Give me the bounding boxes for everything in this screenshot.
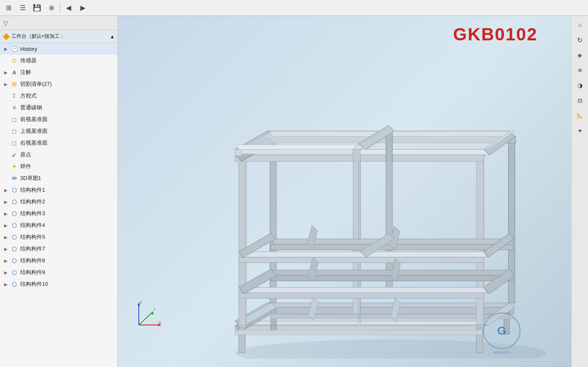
- tree-item-right-plane[interactable]: ◻ 右视基准面: [0, 137, 117, 149]
- svg-marker-36: [235, 145, 358, 149]
- chevron-icon: ▶: [3, 235, 8, 240]
- tree-item-history[interactable]: ▶ 🕐 History: [0, 43, 117, 55]
- tree-item-equation[interactable]: Σ 方程式: [0, 90, 117, 102]
- appearance-button[interactable]: ✦: [573, 124, 587, 138]
- measure-icon: 📐: [577, 113, 583, 119]
- chevron-icon: ▶: [3, 188, 8, 193]
- measure-button[interactable]: 📐: [573, 108, 587, 123]
- zoom-button[interactable]: ⊕: [573, 63, 587, 77]
- tree-item-struct3[interactable]: ▶ ⬡ 结构构件3: [0, 208, 117, 219]
- section-view-button[interactable]: ⊟: [573, 93, 587, 108]
- filter-icon: ▽: [3, 20, 8, 26]
- tree-item-weld[interactable]: ✦ 焊件: [0, 161, 117, 172]
- svg-marker-54: [239, 287, 487, 293]
- tree-item-material[interactable]: ≡ 普通碳钢: [0, 102, 117, 114]
- appear-icon: ✦: [577, 127, 583, 134]
- viewport[interactable]: GKB0102: [118, 16, 571, 367]
- struct-icon: ⬡: [10, 234, 19, 240]
- arrow-left-button[interactable]: ◀: [62, 2, 75, 14]
- display-icon: ◑: [577, 82, 583, 89]
- tree-item-front-plane[interactable]: ◻ 前视基准面: [0, 114, 117, 125]
- list-button[interactable]: ☰: [16, 2, 29, 14]
- chevron-icon: ▶: [3, 270, 8, 275]
- tree-item-annotation[interactable]: ▶ A 注解: [0, 66, 117, 78]
- tree-item-label: 注解: [20, 69, 31, 76]
- tree-item-struct1[interactable]: ▶ ⬡ 结构构件1: [0, 184, 117, 196]
- tree-item-top-plane[interactable]: ◻ 上视基准面: [0, 125, 117, 137]
- 3d-model-svg: [135, 37, 546, 359]
- struct-icon: ⬡: [10, 246, 19, 252]
- tree-item-label: 结构构件3: [20, 210, 45, 217]
- tree-item-struct8[interactable]: ▶ ⬡ 结构构件8: [0, 255, 117, 267]
- arrow-right-icon: ▶: [80, 4, 85, 12]
- svg-rect-44: [239, 257, 484, 263]
- history-icon: 🕐: [10, 45, 19, 52]
- svg-text:Y: Y: [153, 307, 156, 312]
- tree-item-label: 结构构件8: [20, 257, 45, 264]
- main-area: ▽ 🔶 工作台（默认<按加工： ▲ ▶ 🕐 History ⊙ 传感器: [0, 16, 588, 367]
- annotation-icon: A: [10, 69, 19, 76]
- svg-text:Z: Z: [140, 300, 142, 304]
- tree-item-label: History: [20, 46, 37, 52]
- list-icon: ☰: [20, 4, 26, 12]
- home-icon: ⌂: [578, 21, 581, 28]
- arrow-right-button[interactable]: ▶: [76, 2, 90, 14]
- tree-item-label: 传感器: [20, 57, 37, 64]
- chevron-icon: ▶: [3, 282, 8, 287]
- svg-rect-53: [239, 293, 484, 298]
- crosshair-button[interactable]: ⊕: [45, 2, 58, 14]
- svg-rect-20: [239, 157, 246, 326]
- tree-item-struct7[interactable]: ▶ ⬡ 结构构件7: [0, 243, 117, 255]
- tree-item-label: 3D草图1: [20, 174, 41, 182]
- save-icon: 💾: [33, 4, 41, 12]
- tree-item-struct9[interactable]: ▶ ⬡ 结构构件9: [0, 267, 117, 278]
- display-mode-button[interactable]: ◑: [573, 78, 587, 92]
- tree-item-label: 前视基准面: [20, 116, 48, 123]
- tree-item-struct2[interactable]: ▶ ⬡ 结构构件2: [0, 196, 117, 208]
- workbench-label: 工作台（默认<按加工：: [11, 33, 65, 40]
- tree-item-label: 普通碳钢: [20, 104, 42, 111]
- workbench-icon: 🔶: [3, 33, 10, 40]
- tree-item-sensor[interactable]: ⊙ 传感器: [0, 55, 117, 66]
- struct-icon: ⬡: [10, 198, 19, 205]
- tree-item-origin[interactable]: ↙ 原点: [0, 149, 117, 161]
- svg-line-67: [139, 312, 152, 325]
- tree-item-label: 结构构件10: [20, 280, 48, 288]
- cutlist-icon: ⊞: [10, 81, 19, 87]
- tree-item-label: 右视基准面: [20, 139, 48, 147]
- watermark-letter: G: [497, 324, 506, 338]
- tree-item-struct10[interactable]: ▶ ⬡ 结构构件10: [0, 278, 117, 290]
- tree-item-struct4[interactable]: ▶ ⬡ 结构构件4: [0, 219, 117, 231]
- watermark: G since2015: [474, 312, 529, 354]
- tree-item-sketch3d[interactable]: 3D 3D草图1: [0, 172, 117, 184]
- watermark-since: since2015: [493, 350, 510, 354]
- workbench-header[interactable]: 🔶 工作台（默认<按加工： ▲: [0, 30, 117, 43]
- right-toolbar: ⌂ ↻ ◈ ⊕ ◑ ⊟ 📐 ✦: [571, 16, 588, 367]
- rotate-button[interactable]: ↻: [573, 33, 587, 47]
- grid-icon: ⊞: [6, 4, 11, 12]
- orient-cube-button[interactable]: ◈: [573, 48, 587, 62]
- tree-item-cutlist[interactable]: ▶ ⊞ 切割清单(27): [0, 78, 117, 90]
- tree-item-struct5[interactable]: ▶ ⬡ 结构构件5: [0, 231, 117, 243]
- section-icon: ⊟: [577, 97, 583, 104]
- chevron-icon: ▶: [3, 223, 8, 228]
- home-view-button[interactable]: ⌂: [573, 18, 587, 32]
- save-button[interactable]: 💾: [30, 2, 44, 14]
- separator: [60, 3, 60, 13]
- chevron-icon: ▶: [3, 247, 8, 251]
- tree-item-label: 方程式: [20, 92, 37, 100]
- crosshair-icon: ⊕: [49, 4, 54, 12]
- sketch3d-icon: 3D: [10, 176, 19, 180]
- chevron-icon: ▶: [3, 47, 8, 51]
- svg-rect-35: [235, 149, 354, 154]
- plane-icon: ◻: [10, 140, 19, 146]
- top-toolbar: ⊞ ☰ 💾 ⊕ ◀ ▶: [0, 0, 588, 16]
- tree-item-label: 结构构件2: [20, 198, 45, 206]
- orient-icon: ◈: [577, 52, 582, 58]
- struct-icon: ⬡: [10, 257, 19, 264]
- struct-icon: ⬡: [10, 210, 19, 217]
- chevron-icon: ▶: [3, 211, 8, 216]
- plane-icon: ◻: [10, 128, 19, 135]
- svg-rect-14: [235, 330, 482, 335]
- grid-button[interactable]: ⊞: [2, 2, 15, 14]
